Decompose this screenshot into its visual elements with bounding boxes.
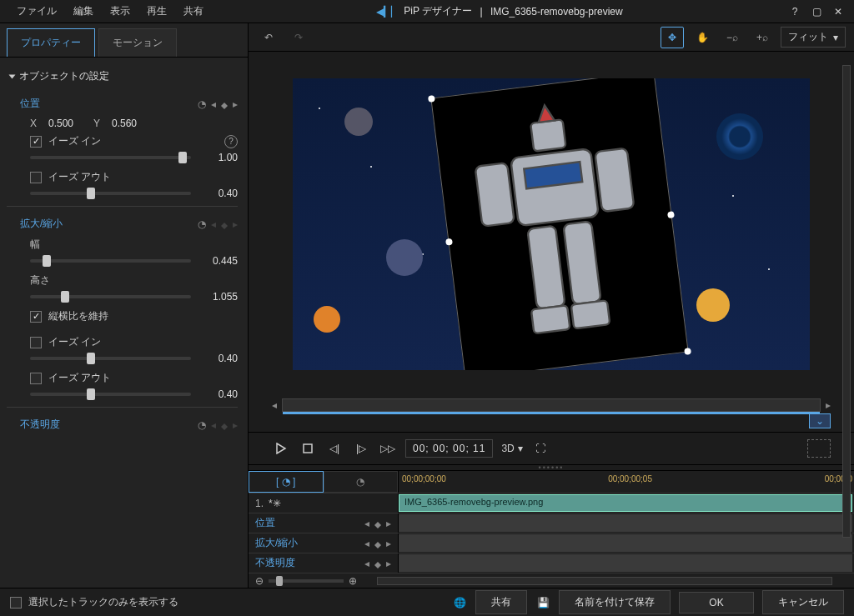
clip[interactable]: IMG_6365-removebg-preview.png bbox=[399, 494, 852, 512]
tab-motion[interactable]: モーション bbox=[98, 28, 177, 57]
zoom-slider[interactable] bbox=[269, 579, 344, 583]
scale-ease-out-slider[interactable] bbox=[30, 393, 191, 396]
prev-keyframe-icon[interactable]: ◂ bbox=[211, 218, 216, 230]
menu-edit[interactable]: 編集 bbox=[65, 1, 102, 22]
stopwatch-icon[interactable]: ◔ bbox=[198, 218, 206, 230]
stopwatch-icon[interactable]: ◔ bbox=[198, 419, 206, 431]
menu-share[interactable]: 共有 bbox=[175, 1, 212, 22]
share-button[interactable]: 共有 bbox=[475, 590, 527, 614]
svg-rect-7 bbox=[531, 305, 570, 333]
track-opacity[interactable]: 不透明度 ◂▸ bbox=[249, 553, 399, 573]
cancel-button[interactable]: キャンセル bbox=[762, 590, 844, 614]
clip-track-head[interactable]: 1. *✳ bbox=[249, 493, 399, 513]
next-keyframe-icon[interactable]: ▸ bbox=[233, 218, 238, 230]
collapse-toggle[interactable]: ⌄ bbox=[809, 413, 831, 428]
zoom-fit-dropdown[interactable]: フィット ▾ bbox=[781, 27, 846, 48]
hand-tool-icon[interactable]: ✋ bbox=[691, 27, 714, 48]
tab-properties[interactable]: プロパティー bbox=[7, 28, 95, 57]
scale-ease-out-label: イーズ アウト bbox=[48, 371, 111, 385]
track-scale[interactable]: 拡大/縮小 ◂▸ bbox=[249, 533, 399, 553]
menu-view[interactable]: 表示 bbox=[102, 1, 138, 22]
group-position[interactable]: 位置 bbox=[20, 97, 40, 111]
scale-ease-in-checkbox[interactable] bbox=[30, 337, 42, 348]
show-selected-only-checkbox[interactable] bbox=[10, 597, 22, 608]
prev-frame-icon[interactable]: ◁| bbox=[325, 439, 344, 458]
prev-keyframe-icon[interactable]: ◂ bbox=[211, 419, 216, 431]
timecode-field[interactable]: 00; 00; 00; 11 bbox=[405, 439, 493, 458]
zoom-out-icon[interactable]: ⊖ bbox=[255, 575, 264, 587]
keep-ratio-checkbox[interactable] bbox=[30, 311, 42, 323]
ease-in-value[interactable]: 1.00 bbox=[199, 152, 238, 163]
next-keyframe-icon[interactable]: ▸ bbox=[233, 419, 238, 431]
seek-start-icon[interactable]: ◂ bbox=[272, 399, 277, 411]
timeline-mode-keyframe[interactable]: [ ◔ ] bbox=[249, 471, 324, 493]
track-position[interactable]: 位置 ◂▸ bbox=[249, 513, 399, 533]
stop-icon[interactable] bbox=[299, 439, 317, 458]
help-icon[interactable]: ? bbox=[787, 4, 802, 19]
close-icon[interactable]: ✕ bbox=[831, 4, 846, 19]
zoom-out-icon[interactable]: −⌕ bbox=[721, 27, 744, 48]
svg-rect-4 bbox=[595, 148, 635, 212]
menu-file[interactable]: ファイル bbox=[8, 1, 65, 22]
scale-height-value[interactable]: 1.055 bbox=[199, 291, 238, 303]
ease-in-slider[interactable] bbox=[30, 156, 191, 159]
scale-ease-in-slider[interactable] bbox=[30, 357, 191, 360]
keyframe-icon[interactable] bbox=[221, 219, 228, 226]
menu-play[interactable]: 再生 bbox=[138, 1, 175, 22]
zoom-in-icon[interactable]: +⌕ bbox=[751, 27, 774, 48]
position-x-value[interactable]: 0.500 bbox=[48, 118, 87, 129]
ease-in-label: イーズ イン bbox=[48, 134, 101, 148]
scale-width-value[interactable]: 0.445 bbox=[199, 255, 238, 267]
scale-ease-out-checkbox[interactable] bbox=[30, 373, 42, 384]
move-tool-icon[interactable]: ✥ bbox=[661, 27, 684, 48]
keyframe-icon[interactable] bbox=[221, 99, 228, 106]
stopwatch-icon[interactable]: ◔ bbox=[198, 98, 206, 110]
ease-out-slider[interactable] bbox=[30, 192, 191, 195]
ease-out-value[interactable]: 0.40 bbox=[199, 188, 238, 199]
position-y-label: Y bbox=[93, 118, 105, 129]
group-opacity[interactable]: 不透明度 bbox=[20, 418, 60, 432]
pip-object[interactable] bbox=[430, 78, 688, 370]
preview-scrollbar[interactable] bbox=[842, 65, 851, 538]
ok-button[interactable]: OK bbox=[679, 592, 754, 613]
scale-width-slider[interactable] bbox=[30, 259, 191, 263]
chevron-down-icon bbox=[9, 74, 16, 78]
section-object-settings[interactable]: オブジェクトの設定 bbox=[7, 64, 238, 88]
play-icon[interactable] bbox=[272, 439, 290, 458]
help-icon[interactable]: ? bbox=[224, 135, 238, 148]
redo-icon[interactable]: ↷ bbox=[287, 27, 310, 48]
seek-end-icon[interactable]: ▸ bbox=[826, 399, 831, 411]
scale-height-slider[interactable] bbox=[30, 295, 191, 298]
keyframe-icon[interactable] bbox=[221, 420, 228, 427]
position-y-value[interactable]: 0.560 bbox=[112, 118, 150, 129]
undo-icon[interactable]: ↶ bbox=[257, 27, 280, 48]
fast-forward-icon[interactable]: ▷▷ bbox=[379, 439, 397, 458]
prev-keyframe-icon[interactable]: ◂ bbox=[211, 98, 216, 110]
window-title: ◀▎▏ PiP デザイナー | IMG_6365-removebg-previe… bbox=[212, 4, 787, 18]
ease-in-checkbox[interactable] bbox=[30, 136, 42, 148]
timeline-scrollbar[interactable] bbox=[377, 577, 832, 585]
save-as-button[interactable]: 名前を付けて保存 bbox=[559, 590, 671, 614]
globe-icon[interactable]: 🌐 bbox=[452, 595, 467, 610]
timeline-mode-clip[interactable]: ◔ bbox=[324, 471, 399, 493]
next-frame-icon[interactable]: |▷ bbox=[352, 439, 370, 458]
scale-ease-in-value[interactable]: 0.40 bbox=[199, 353, 238, 364]
next-keyframe-icon[interactable]: ▸ bbox=[233, 98, 238, 110]
fullscreen-icon[interactable]: ⛶ bbox=[531, 439, 550, 458]
footer-bar: 選択したトラックのみを表示する 🌐 共有 💾 名前を付けて保存 OK キャンセル bbox=[0, 588, 854, 616]
maximize-icon[interactable]: ▢ bbox=[809, 4, 824, 19]
seek-bar[interactable] bbox=[282, 398, 821, 412]
3d-dropdown[interactable]: 3D▾ bbox=[501, 443, 522, 454]
playback-controls: ◁| |▷ ▷▷ 00; 00; 00; 11 3D▾ ⛶ bbox=[249, 432, 854, 465]
scale-ease-out-value[interactable]: 0.40 bbox=[199, 388, 238, 400]
timeline-ruler[interactable]: 00;00;00;00 00;00;00;05 00;00;0 bbox=[399, 471, 854, 493]
zoom-in-icon[interactable]: ⊕ bbox=[349, 575, 357, 587]
snapshot-icon[interactable] bbox=[807, 439, 831, 458]
preview-canvas[interactable] bbox=[293, 78, 810, 370]
app-logo-icon: ◀▎▏ bbox=[376, 6, 399, 18]
ease-out-label: イーズ アウト bbox=[48, 170, 111, 184]
save-icon[interactable]: 💾 bbox=[535, 595, 550, 610]
group-scale[interactable]: 拡大/縮小 bbox=[20, 217, 63, 231]
svg-rect-6 bbox=[564, 221, 601, 304]
ease-out-checkbox[interactable] bbox=[30, 172, 42, 183]
